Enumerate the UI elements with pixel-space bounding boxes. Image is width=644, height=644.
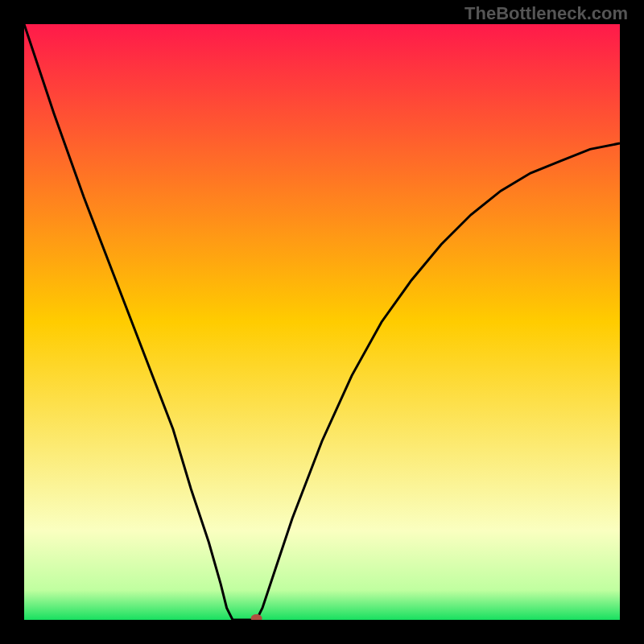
bottleneck-chart xyxy=(24,24,620,620)
chart-svg xyxy=(24,24,620,620)
attribution-text: TheBottleneck.com xyxy=(464,3,628,24)
plot-background xyxy=(24,24,620,620)
